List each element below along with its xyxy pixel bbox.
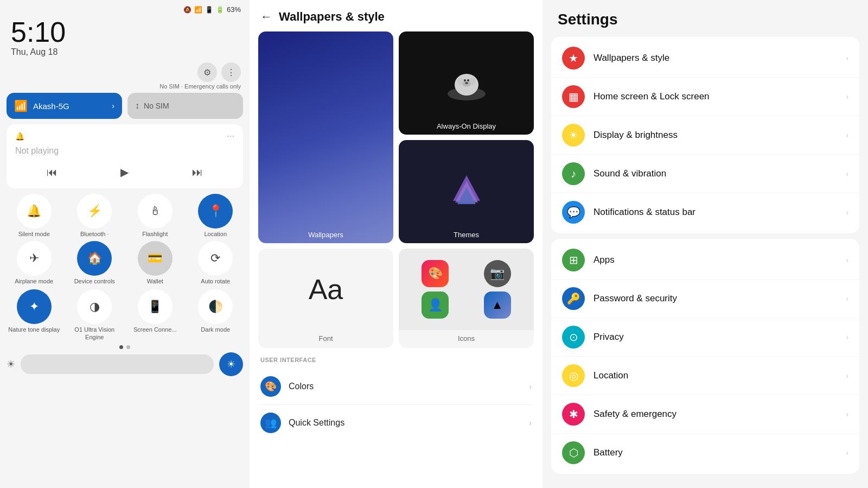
settings-homescreen-item[interactable]: ▦ Home screen & Lock screen › bbox=[551, 78, 859, 116]
more-options-button[interactable]: ⋮ bbox=[221, 62, 241, 82]
battery-icon: 🔋 bbox=[216, 6, 224, 14]
aod-illustration bbox=[442, 64, 491, 102]
settings-title: Settings bbox=[558, 11, 853, 28]
settings-password-label: Password & security bbox=[593, 293, 846, 304]
settings-apps-icon: ⊞ bbox=[562, 249, 585, 271]
wallpapers-icon-glyph: ★ bbox=[569, 52, 578, 65]
location-icon-glyph: ◎ bbox=[569, 369, 578, 382]
settings-wallpapers-item[interactable]: ★ Wallpapers & style › bbox=[551, 39, 859, 78]
notification-panel: 🔕 📶 📱 🔋 63% 5:10 Thu, Aug 18 ⚙ ⋮ No SIM … bbox=[0, 0, 250, 488]
settings-location-label: Location bbox=[593, 370, 846, 381]
privacy-chevron-icon: › bbox=[846, 333, 848, 341]
wallet-button[interactable]: 💳 bbox=[138, 241, 173, 276]
user-interface-label: USER INTERFACE bbox=[260, 357, 532, 363]
settings-battery-icon: ⬡ bbox=[562, 441, 585, 464]
media-play-button[interactable]: ▶ bbox=[115, 163, 134, 181]
flashlight-button[interactable]: 🕯 bbox=[138, 194, 173, 229]
airplane-label: Airplane mode bbox=[15, 278, 53, 285]
media-next-button[interactable]: ⏭ bbox=[187, 164, 208, 181]
colors-chevron-icon: › bbox=[529, 382, 532, 391]
settings-card-1: ★ Wallpapers & style › ▦ Home screen & L… bbox=[551, 37, 859, 233]
settings-privacy-icon: ⊙ bbox=[562, 326, 585, 348]
svg-point-7 bbox=[465, 82, 468, 84]
settings-safety-item[interactable]: ✱ Safety & emergency › bbox=[551, 395, 859, 434]
font-card[interactable]: Aa Font bbox=[258, 249, 393, 348]
settings-wallpapers-label: Wallpapers & style bbox=[593, 53, 846, 64]
svg-point-5 bbox=[464, 79, 466, 81]
media-prev-button[interactable]: ⏮ bbox=[41, 164, 63, 181]
media-card: 🔔 ⋯ Not playing ⏮ ▶ ⏭ bbox=[7, 124, 243, 188]
wallpapers-card[interactable]: Wallpapers bbox=[258, 31, 393, 243]
darkmode-button[interactable]: 🌓 bbox=[198, 289, 233, 324]
media-device-icon: 🔔 bbox=[15, 132, 24, 141]
wallpaper-title: Wallpapers & style bbox=[279, 10, 385, 24]
settings-header: Settings bbox=[542, 0, 868, 37]
airplane-button[interactable]: ✈ bbox=[17, 241, 52, 276]
autorotate-label: Auto rotate bbox=[201, 278, 230, 285]
o1ultra-button[interactable]: ◑ bbox=[77, 289, 112, 324]
aod-card[interactable]: Always-On Display bbox=[399, 31, 534, 135]
back-button[interactable]: ← bbox=[260, 10, 272, 24]
naturetone-button[interactable]: ✦ bbox=[17, 289, 52, 324]
brightness-slider[interactable] bbox=[21, 354, 214, 374]
colors-item[interactable]: 🎨 Colors › bbox=[260, 369, 532, 405]
toggle-screenconn: 📱 Screen Conne... bbox=[126, 289, 184, 340]
quicksettings-item[interactable]: 👥 Quick Settings › bbox=[260, 405, 532, 441]
toggle-silent: 🔔 Silent mode bbox=[5, 194, 63, 238]
display-icon-glyph: ☀ bbox=[569, 129, 578, 142]
page-indicator bbox=[0, 345, 250, 349]
settings-apps-label: Apps bbox=[593, 255, 846, 265]
device-controls-button[interactable]: 🏠 bbox=[77, 241, 112, 276]
media-not-playing: Not playing bbox=[15, 146, 234, 156]
wifi-tile[interactable]: 📶 Akash-5G › bbox=[7, 93, 122, 119]
toggle-darkmode: 🌓 Dark mode bbox=[187, 289, 245, 340]
brightness-settings-button[interactable]: ☀ bbox=[219, 352, 243, 376]
status-bar: 🔕 📶 📱 🔋 63% bbox=[0, 0, 250, 16]
darkmode-label: Dark mode bbox=[201, 326, 230, 333]
dot-2 bbox=[126, 345, 130, 349]
media-top-row: 🔔 ⋯ bbox=[15, 132, 234, 141]
autorotate-button[interactable]: ⟳ bbox=[198, 241, 233, 276]
settings-sound-item[interactable]: ♪ Sound & vibration › bbox=[551, 155, 859, 193]
settings-privacy-item[interactable]: ⊙ Privacy › bbox=[551, 318, 859, 357]
media-controls: ⏮ ▶ ⏭ bbox=[15, 163, 234, 181]
settings-location-icon: ◎ bbox=[562, 364, 585, 387]
bluetooth-label: Bluetooth · bbox=[80, 231, 109, 238]
battery-percent: 63% bbox=[227, 5, 241, 14]
battery-icon-glyph: ⬡ bbox=[569, 446, 578, 459]
clock-time: 5:10 bbox=[11, 18, 239, 46]
sim-tile[interactable]: ↕ No SIM bbox=[127, 93, 243, 119]
themes-card[interactable]: Themes bbox=[399, 140, 534, 243]
bluetooth-button[interactable]: ⚡ bbox=[77, 194, 112, 229]
quicksettings-chevron-icon: › bbox=[529, 419, 532, 427]
font-card-label: Font bbox=[258, 330, 393, 348]
o1ultra-label: O1 Ultra Vision Engine bbox=[66, 326, 124, 340]
password-icon-glyph: 🔑 bbox=[567, 292, 580, 305]
settings-card-2: ⊞ Apps › 🔑 Password & security › ⊙ Priva… bbox=[551, 239, 859, 474]
settings-password-item[interactable]: 🔑 Password & security › bbox=[551, 280, 859, 318]
settings-location-item[interactable]: ◎ Location › bbox=[551, 357, 859, 395]
brightness-fill bbox=[21, 354, 79, 374]
settings-battery-item[interactable]: ⬡ Battery › bbox=[551, 434, 859, 472]
silent-button[interactable]: 🔔 bbox=[17, 194, 52, 229]
settings-gear-button[interactable]: ⚙ bbox=[197, 62, 217, 82]
icons-card[interactable]: 🎨 📷 👤 ▲ Icons bbox=[399, 249, 534, 348]
settings-safety-icon: ✱ bbox=[562, 403, 585, 426]
wifi-icon: 📶 bbox=[194, 6, 202, 14]
settings-display-item[interactable]: ☀ Display & brightness › bbox=[551, 116, 859, 155]
font-preview-text: Aa bbox=[309, 273, 343, 306]
screenconn-button[interactable]: 📱 bbox=[138, 289, 173, 324]
dot-1 bbox=[119, 345, 123, 349]
clock-date: Thu, Aug 18 bbox=[11, 47, 239, 57]
settings-notifications-label: Notifications & status bar bbox=[593, 207, 846, 218]
password-chevron-icon: › bbox=[846, 294, 848, 303]
safety-chevron-icon: › bbox=[846, 410, 848, 419]
battery-chevron-icon: › bbox=[846, 448, 848, 457]
location-button[interactable]: 📍 bbox=[198, 194, 233, 229]
time-area: 5:10 Thu, Aug 18 bbox=[0, 16, 250, 60]
wifi-tile-label: Akash-5G bbox=[33, 102, 106, 111]
settings-apps-item[interactable]: ⊞ Apps › bbox=[551, 241, 859, 280]
toggle-location: 📍 Location bbox=[187, 194, 245, 238]
toggle-wallet: 💳 Wallet bbox=[126, 241, 184, 285]
settings-notifications-item[interactable]: 💬 Notifications & status bar › bbox=[551, 193, 859, 231]
